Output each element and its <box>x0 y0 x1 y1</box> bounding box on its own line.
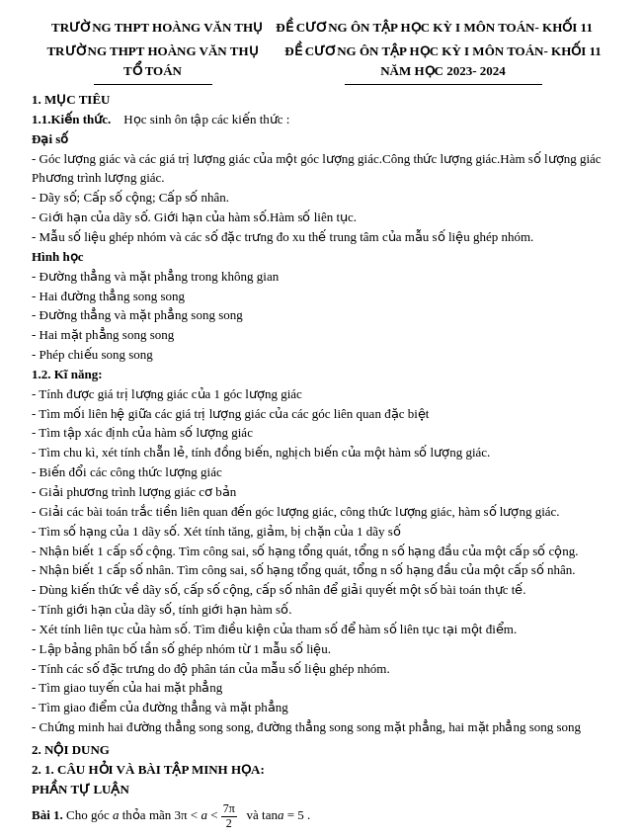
section-noi-dung: 2. NỘI DUNG 2. 1. CÂU HỎI VÀ BÀI TẬP MIN… <box>32 741 612 799</box>
dai-so-line3: - Dãy số; Cấp số cộng; Cấp số nhân. <box>32 189 612 208</box>
page-header: TRƯỜNG THPT HOÀNG VĂN THỤ ĐỀ CƯƠNG ÔN TẬ… <box>32 18 612 38</box>
hh-line5: - Phép chiếu song song <box>32 346 612 365</box>
ki-nang-title: 1.2. Kĩ năng: <box>32 367 103 381</box>
kn7: - Giải các bài toán trắc tiền liên quan … <box>32 503 612 522</box>
dai-so-title: Đại số <box>32 131 68 146</box>
right-divider <box>345 84 542 85</box>
left-divider <box>94 84 212 85</box>
kn17: - Tìm giao điểm của đường thẳng và mặt p… <box>32 699 612 717</box>
kn5: - Biến đổi các công thức lượng giác <box>32 463 612 482</box>
dai-so-line1: - Góc lượng giác và các giá trị lượng gi… <box>32 150 612 169</box>
dai-so-line4: - Giới hạn của dãy số. Giới hạn của hàm … <box>32 209 612 227</box>
section-ki-nang: 1.2. Kĩ năng: - Tính được giá trị lượng … <box>32 366 612 737</box>
cau-hoi-title: 2. 1. CÂU HỎI VÀ BÀI TẬP MINH HỌA: <box>32 762 265 777</box>
dai-so-line2: Phương trình lượng giác. <box>32 169 612 188</box>
bai1-title: Bài 1. Cho góc a thỏa mãn 3π < a < 7π 2 … <box>32 802 612 829</box>
kn11: - Dùng kiến thức về dãy số, cấp số cộng,… <box>32 581 612 600</box>
kn1: - Tính được giá trị lượng giác của 1 góc… <box>32 385 612 404</box>
kn8: - Tìm số hạng của 1 dãy số. Xét tính tăn… <box>32 523 612 542</box>
school-dept: TỔ TOÁN <box>32 61 274 82</box>
main-content: 1. MỤC TIÊU 1.1.Kiến thức. Học sinh ôn t… <box>32 91 612 838</box>
kn2: - Tìm mối liên hệ giữa các giá trị lượng… <box>32 405 612 424</box>
dai-so-line5: - Mẫu số liệu ghép nhóm và các số đặc tr… <box>32 228 612 247</box>
school-left: TRƯỜNG THPT HOÀNG VĂN THỤ TỔ TOÁN <box>32 42 274 86</box>
kn4: - Tìm chu kì, xét tính chẵn lẻ, tính đồn… <box>32 444 612 462</box>
kn18: - Chứng minh hai đường thẳng song song, … <box>32 718 612 737</box>
kn16: - Tìm giao tuyến của hai mặt phẳng <box>32 679 612 698</box>
kn13: - Xét tính liên tục của hàm số. Tìm điều… <box>32 621 612 639</box>
kn14: - Lập bảng phân bố tần số ghép nhóm từ 1… <box>32 640 612 659</box>
kn12: - Tính giới hạn của dãy số, tính giới hạ… <box>32 601 612 620</box>
kien-thuc-header: 1.1.Kiến thức. Học sinh ôn tập các kiến … <box>32 111 612 129</box>
hh-line3: - Đường thẳng và mặt phẳng song song <box>32 306 612 325</box>
exam-title: ĐỀ CƯƠNG ÔN TẬP HỌC KỲ I MÔN TOÁN- KHỐI … <box>274 42 612 62</box>
kn9: - Nhận biết 1 cấp số cộng. Tìm công sai,… <box>32 543 612 561</box>
hh-line2: - Hai đường thẳng song song <box>32 288 612 306</box>
muc-tieu-title: 1. MỤC TIÊU <box>32 92 110 107</box>
kn3: - Tìm tập xác định của hàm số lượng giác <box>32 424 612 443</box>
kn6: - Giải phương trình lượng giác cơ bản <box>32 483 612 502</box>
kn15: - Tính các số đặc trưng do độ phân tán c… <box>32 660 612 679</box>
phan-tu-luan-title: PHẦN TỰ LUẬN <box>32 782 129 796</box>
school-name-line1: TRƯỜNG THPT HOÀNG VĂN THỤ <box>32 42 274 62</box>
school-name: TRƯỜNG THPT HOÀNG VĂN THỤ ĐỀ CƯƠNG ÔN TẬ… <box>32 18 612 38</box>
school-info: TRƯỜNG THPT HOÀNG VĂN THỤ ĐỀ CƯƠNG ÔN TẬ… <box>32 18 612 38</box>
noi-dung-title: 2. NỘI DUNG <box>32 742 110 757</box>
section-muc-tieu: 1. MỤC TIÊU 1.1.Kiến thức. Học sinh ôn t… <box>32 91 612 365</box>
school-year: NĂM HỌC 2023- 2024 <box>274 61 612 82</box>
kn10: - Nhận biết 1 cấp số nhân. Tìm công sai,… <box>32 561 612 580</box>
hinh-hoc-title: Hình học <box>32 249 83 264</box>
bai-1: Bài 1. Cho góc a thỏa mãn 3π < a < 7π 2 … <box>32 802 612 838</box>
hh-line1: - Đường thẳng và mặt phẳng trong không g… <box>32 268 612 287</box>
frac-7pi-2: 7π 2 <box>221 802 237 829</box>
hh-line4: - Hai mặt phẳng song song <box>32 326 612 345</box>
exam-right: ĐỀ CƯƠNG ÔN TẬP HỌC KỲ I MÔN TOÁN- KHỐI … <box>274 42 612 86</box>
